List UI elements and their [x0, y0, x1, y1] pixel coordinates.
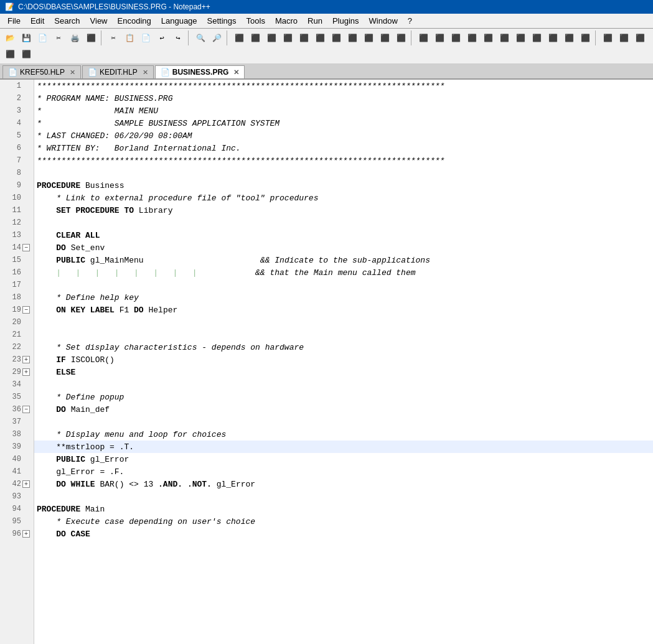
menu-item-plugins[interactable]: Plugins	[327, 15, 364, 27]
code-line-94: PROCEDURE Main	[34, 503, 653, 515]
toolbar-button-11[interactable]: ↪	[171, 30, 186, 45]
tab-close[interactable]: ✕	[143, 68, 148, 77]
line-number-42: 42+	[0, 478, 34, 490]
toolbar-button-37[interactable]: ⬛	[561, 30, 576, 45]
toolbar-button-9[interactable]: 📄	[138, 30, 153, 45]
fold-button-42[interactable]: +	[22, 480, 30, 488]
toolbar-button-0[interactable]: 📂	[2, 30, 17, 45]
toolbar-button-8[interactable]: 📋	[122, 30, 137, 45]
line-number-16: 16	[0, 266, 34, 279]
toolbar-button-35[interactable]: ⬛	[529, 30, 544, 45]
toolbar-separator	[188, 30, 190, 45]
toolbar-button-23[interactable]: ⬛	[345, 30, 360, 45]
toolbar-button-10[interactable]: ↩	[154, 30, 169, 45]
fold-button-19[interactable]: −	[22, 306, 30, 314]
toolbar-button-14[interactable]: 🔎	[209, 30, 224, 45]
tab-businessprg[interactable]: 📄 BUSINESS.PRG ✕	[155, 65, 245, 78]
code-line-29: ELSE	[34, 366, 653, 378]
fold-button-14[interactable]: −	[22, 244, 30, 251]
toolbar-button-24[interactable]: ⬛	[361, 30, 376, 45]
toolbar-button-2[interactable]: 📄	[35, 30, 50, 45]
code-line-13: CLEAR ALL	[34, 229, 653, 241]
toolbar-button-20[interactable]: ⬛	[296, 30, 311, 45]
line-number-8: 8	[0, 167, 34, 179]
toolbar-button-16[interactable]: ⬛	[232, 30, 247, 45]
code-content[interactable]: ****************************************…	[34, 80, 653, 644]
toolbar-button-34[interactable]: ⬛	[513, 30, 528, 45]
menu-item-view[interactable]: View	[85, 15, 113, 27]
toolbar-button-43[interactable]: ⬛	[2, 47, 17, 62]
toolbar-button-28[interactable]: ⬛	[416, 30, 431, 45]
toolbar-button-19[interactable]: ⬛	[280, 30, 295, 45]
line-number-22: 22	[0, 341, 34, 353]
toolbar-button-41[interactable]: ⬛	[616, 30, 631, 45]
code-line-3: * MAIN MENU	[34, 105, 653, 117]
tab-close[interactable]: ✕	[70, 68, 75, 77]
toolbar-button-22[interactable]: ⬛	[329, 30, 344, 45]
line-number-6: 6	[0, 142, 34, 154]
menu-item-macro[interactable]: Macro	[270, 15, 303, 27]
app-icon: 📝	[5, 2, 14, 11]
line-number-40: 40	[0, 453, 34, 465]
toolbar-button-42[interactable]: ⬛	[632, 30, 647, 45]
code-line-20	[34, 316, 653, 329]
window-title: C:\DOS\DBASE\SAMPLES\BUSINESS.PRG - Note…	[18, 2, 210, 11]
line-number-94: 94	[0, 503, 34, 515]
line-number-9: 9	[0, 179, 34, 192]
line-number-38: 38	[0, 428, 34, 441]
tab-close[interactable]: ✕	[233, 68, 239, 77]
code-line-23: IF ISCOLOR()	[34, 353, 653, 366]
code-line-42: DO WHILE BAR() <> 13 .AND. .NOT. gl_Erro…	[34, 478, 653, 490]
fold-button-36[interactable]: −	[22, 406, 30, 413]
menu-item-settings[interactable]: Settings	[202, 15, 242, 27]
toolbar-button-25[interactable]: ⬛	[377, 30, 392, 45]
tab-kref50hlp[interactable]: 📄 KREF50.HLP ✕	[2, 65, 81, 78]
code-line-40: PUBLIC gl_Error	[34, 453, 653, 465]
line-number-7: 7	[0, 154, 34, 167]
menu-item-encoding[interactable]: Encoding	[113, 15, 156, 27]
toolbar-button-5[interactable]: ⬛	[83, 30, 98, 45]
toolbar-button-26[interactable]: ⬛	[393, 30, 408, 45]
fold-button-23[interactable]: +	[22, 356, 30, 363]
line-number-12: 12	[0, 217, 34, 229]
menu-item-window[interactable]: Window	[364, 15, 403, 27]
menu-item-tools[interactable]: Tools	[242, 15, 270, 27]
line-number-93: 93	[0, 490, 34, 503]
toolbar-button-7[interactable]: ✂	[106, 30, 121, 45]
code-line-6: * WRITTEN BY: Borland International Inc.	[34, 142, 653, 154]
toolbar-button-40[interactable]: ⬛	[600, 30, 615, 45]
toolbar-button-17[interactable]: ⬛	[248, 30, 263, 45]
toolbar-button-3[interactable]: ✂️	[51, 30, 66, 45]
toolbar-button-36[interactable]: ⬛	[545, 30, 560, 45]
line-number-20: 20	[0, 316, 34, 329]
toolbar-button-33[interactable]: ⬛	[497, 30, 512, 45]
line-number-19: 19−	[0, 304, 34, 316]
menu-item-search[interactable]: Search	[49, 15, 85, 27]
fold-button-96[interactable]: +	[22, 530, 30, 538]
menu-item-language[interactable]: Language	[156, 15, 202, 27]
menu-item-?[interactable]: ?	[403, 15, 417, 27]
toolbar-button-38[interactable]: ⬛	[578, 30, 593, 45]
toolbar-button-32[interactable]: ⬛	[481, 30, 496, 45]
code-line-41: gl_Error = .F.	[34, 465, 653, 478]
tab-kedithlp[interactable]: 📄 KEDIT.HLP ✕	[82, 65, 154, 78]
line-number-35: 35	[0, 391, 34, 403]
menu-item-run[interactable]: Run	[303, 15, 327, 27]
toolbar-button-21[interactable]: ⬛	[312, 30, 327, 45]
toolbar-button-30[interactable]: ⬛	[448, 30, 463, 45]
fold-button-29[interactable]: +	[22, 368, 30, 376]
toolbar-button-29[interactable]: ⬛	[432, 30, 447, 45]
toolbar-button-44[interactable]: ⬛	[19, 47, 34, 62]
toolbar-button-13[interactable]: 🔍	[193, 30, 208, 45]
toolbar-button-4[interactable]: 🖨️	[67, 30, 82, 45]
menu-item-file[interactable]: File	[2, 15, 26, 27]
toolbar-button-31[interactable]: ⬛	[464, 30, 479, 45]
toolbar-button-1[interactable]: 💾	[19, 30, 34, 45]
menu-item-edit[interactable]: Edit	[26, 15, 49, 27]
tab-label: KREF50.HLP	[20, 68, 65, 77]
code-line-96: DO CASE	[34, 528, 653, 540]
toolbar-separator	[595, 30, 598, 45]
toolbar-button-18[interactable]: ⬛	[264, 30, 279, 45]
tab-label: BUSINESS.PRG	[172, 68, 229, 77]
line-number-4: 4	[0, 117, 34, 129]
